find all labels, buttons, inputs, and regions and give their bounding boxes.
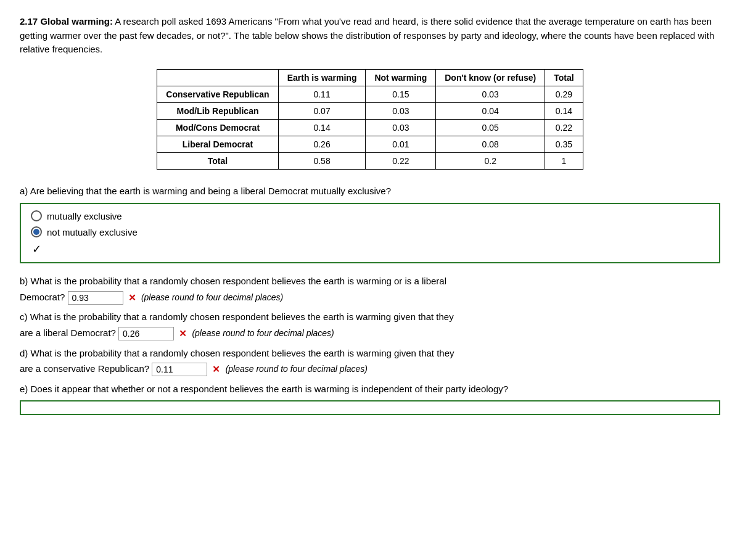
part-c-question-before: c) What is the probability that a random… — [20, 311, 454, 322]
row-label: Liberal Democrat — [157, 136, 278, 152]
row-cell-dont_know: 0.08 — [436, 136, 545, 152]
part-a-question: a) Are believing that the earth is warmi… — [20, 184, 720, 199]
row-cell-not_warming: 0.03 — [366, 119, 436, 136]
part-c-wrong-icon: ✕ — [179, 328, 187, 339]
row-cell-total: 1 — [545, 152, 583, 169]
part-a-answer-box: mutually exclusive not mutually exclusiv… — [20, 203, 720, 263]
table-row: Conservative Republican0.110.150.030.29 — [157, 86, 583, 102]
question-subject: Global warming: — [40, 16, 113, 27]
col-header-empty — [157, 69, 278, 86]
radio-selected-dot — [33, 229, 39, 235]
part-d-question-after: are a conservative Republican? — [20, 363, 149, 374]
part-d-input[interactable] — [152, 363, 207, 376]
table-row: Total0.580.220.21 — [157, 152, 583, 169]
col-header-dont-know: Don't know (or refuse) — [436, 69, 545, 86]
row-cell-earth_warming: 0.07 — [278, 102, 366, 119]
part-c-question-after: are a liberal Democrat? — [20, 327, 116, 338]
part-c-row: c) What is the probability that a random… — [20, 309, 720, 341]
row-cell-total: 0.29 — [545, 86, 583, 102]
row-cell-dont_know: 0.2 — [436, 152, 545, 169]
row-cell-not_warming: 0.01 — [366, 136, 436, 152]
col-header-earth-warming: Earth is warming — [278, 69, 366, 86]
table-row: Mod/Lib Republican0.070.030.040.14 — [157, 102, 583, 119]
part-e-row: e) Does it appear that whether or not a … — [20, 381, 720, 397]
row-cell-total: 0.35 — [545, 136, 583, 152]
part-b-hint: (please round to four decimal places) — [141, 292, 283, 302]
option-not-mutually-exclusive[interactable]: not mutually exclusive — [31, 226, 709, 237]
part-d-row: d) What is the probability that a random… — [20, 345, 720, 377]
part-c-input[interactable] — [118, 327, 174, 340]
col-header-not-warming: Not warming — [366, 69, 436, 86]
row-cell-dont_know: 0.04 — [436, 102, 545, 119]
row-cell-not_warming: 0.15 — [366, 86, 436, 102]
table-row: Liberal Democrat0.260.010.080.35 — [157, 136, 583, 152]
part-b-question-after: Democrat? — [20, 292, 65, 302]
row-cell-earth_warming: 0.26 — [278, 136, 366, 152]
row-cell-dont_know: 0.05 — [436, 119, 545, 136]
question-title: 2.17 Global warming: A research poll ask… — [20, 15, 720, 57]
col-header-total: Total — [545, 69, 583, 86]
part-b-row: b) What is the probability that a random… — [20, 273, 720, 305]
question-number: 2.17 — [20, 16, 38, 27]
question-description: A research poll asked 1693 Americans "Fr… — [20, 16, 714, 54]
option-mutually-exclusive[interactable]: mutually exclusive — [31, 210, 709, 221]
row-cell-not_warming: 0.22 — [366, 152, 436, 169]
option-mutually-exclusive-label: mutually exclusive — [47, 211, 122, 221]
checkmark-icon: ✓ — [32, 242, 709, 256]
option-not-mutually-exclusive-label: not mutually exclusive — [47, 227, 138, 237]
row-cell-total: 0.22 — [545, 119, 583, 136]
part-b-input[interactable] — [68, 291, 123, 305]
part-c-hint: (please round to four decimal places) — [192, 328, 334, 338]
part-b-wrong-icon: ✕ — [128, 292, 136, 303]
radio-mutually-exclusive[interactable] — [31, 210, 42, 221]
row-cell-total: 0.14 — [545, 102, 583, 119]
data-table: Earth is warming Not warming Don't know … — [157, 69, 583, 170]
part-b-question-before: b) What is the probability that a random… — [20, 276, 446, 286]
table-row: Mod/Cons Democrat0.140.030.050.22 — [157, 119, 583, 136]
part-d-hint: (please round to four decimal places) — [226, 364, 368, 374]
row-cell-earth_warming: 0.58 — [278, 152, 366, 169]
row-cell-earth_warming: 0.11 — [278, 86, 366, 102]
row-cell-not_warming: 0.03 — [366, 102, 436, 119]
row-label: Mod/Lib Republican — [157, 102, 278, 119]
part-e-answer-box — [20, 400, 720, 415]
part-d-question-before: d) What is the probability that a random… — [20, 348, 454, 358]
part-e-question: e) Does it appear that whether or not a … — [20, 384, 508, 394]
row-label: Conservative Republican — [157, 86, 278, 102]
radio-not-mutually-exclusive[interactable] — [31, 226, 42, 237]
row-cell-dont_know: 0.03 — [436, 86, 545, 102]
row-cell-earth_warming: 0.14 — [278, 119, 366, 136]
row-label: Total — [157, 152, 278, 169]
row-label: Mod/Cons Democrat — [157, 119, 278, 136]
part-d-wrong-icon: ✕ — [212, 364, 220, 374]
